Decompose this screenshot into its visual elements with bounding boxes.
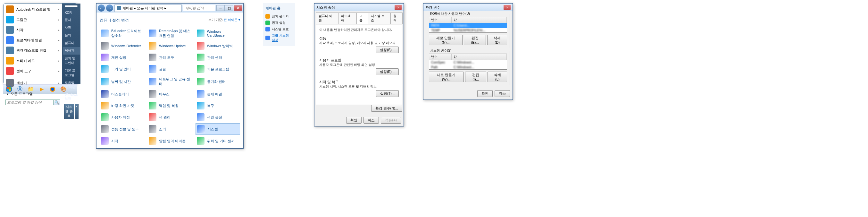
maximize-button[interactable]: ▢ bbox=[225, 5, 234, 11]
control-panel-item[interactable]: 날짜 및 시간 bbox=[100, 75, 144, 88]
apply-button[interactable]: 적용(A) bbox=[381, 117, 401, 124]
control-panel-item[interactable]: 색인 옵션 bbox=[195, 112, 240, 123]
tab[interactable]: 원격 bbox=[391, 12, 403, 24]
cancel-button[interactable]: 취소 bbox=[495, 90, 510, 97]
control-panel-item[interactable]: Windows Defender bbox=[100, 40, 144, 51]
table-row[interactable]: TEMP%USERPROFILE%\... bbox=[429, 28, 507, 33]
control-panel-item[interactable]: Windows 방화벽 bbox=[195, 40, 240, 51]
taskbar-app-icon[interactable]: 🎨 bbox=[58, 85, 69, 93]
start-menu-item[interactable]: 스티커 메모▸ bbox=[4, 56, 62, 66]
forward-button[interactable]: → bbox=[106, 4, 113, 11]
start-right-item[interactable]: 사진 bbox=[63, 24, 80, 31]
start-right-item[interactable]: 장치 및 프린터 bbox=[63, 55, 80, 67]
edit-button[interactable]: 편집(I)... bbox=[465, 72, 487, 82]
start-right-item[interactable]: 컴퓨터 bbox=[63, 39, 80, 47]
settings-button[interactable]: 설정(T)... bbox=[376, 90, 399, 97]
view-options[interactable]: 보기 기준: 큰 아이콘 ▾ bbox=[208, 18, 240, 23]
control-panel-item[interactable]: 시작 bbox=[100, 135, 144, 146]
start-search-input[interactable] bbox=[5, 100, 53, 105]
control-panel-search[interactable] bbox=[183, 5, 215, 11]
delete-button[interactable]: 삭제(L) bbox=[488, 72, 507, 82]
sidebar-link[interactable]: 고급 시스템 설정 bbox=[266, 32, 292, 43]
control-panel-item[interactable]: 디스플레이 bbox=[100, 89, 144, 100]
start-menu-item[interactable]: Autodesk 데스크탑 앱▸ bbox=[4, 4, 62, 15]
search-button[interactable]: 🔍 bbox=[53, 100, 60, 105]
control-panel-item[interactable]: 문제 해결 bbox=[195, 89, 240, 100]
start-right-item[interactable]: 기본 프로그램 bbox=[63, 67, 80, 79]
start-menu-item[interactable]: 시작▸ bbox=[4, 25, 62, 35]
cancel-button[interactable]: 취소 bbox=[364, 117, 379, 124]
edit-button[interactable]: 편집(E)... bbox=[464, 35, 486, 45]
tab[interactable]: 고급 bbox=[356, 12, 369, 24]
control-panel-item[interactable]: 시스템 bbox=[195, 123, 240, 135]
taskbar-explorer-icon[interactable]: 📁 bbox=[26, 85, 36, 93]
settings-button[interactable]: 설정(S)... bbox=[376, 47, 399, 53]
tab[interactable]: 컴퓨터 이름 bbox=[316, 12, 339, 24]
start-button[interactable] bbox=[4, 85, 14, 93]
start-right-item[interactable]: KOR bbox=[63, 9, 80, 16]
table-row[interactable]: PATHC:\Users\... bbox=[429, 23, 507, 28]
column-value[interactable]: 값 bbox=[452, 17, 507, 23]
taskbar-ie-icon[interactable]: ⓔ bbox=[15, 85, 25, 93]
control-panel-item[interactable]: 국가 및 언어 bbox=[100, 63, 144, 75]
user-picture[interactable] bbox=[65, 5, 78, 7]
settings-button[interactable]: 설정(E)... bbox=[376, 69, 399, 75]
control-panel-item[interactable]: BitLocker 드라이브 암호화 bbox=[100, 27, 144, 40]
control-panel-item[interactable]: 글꼴 bbox=[148, 63, 192, 75]
control-panel-item[interactable]: 동기화 센터 bbox=[195, 75, 240, 88]
control-panel-item[interactable]: 사용자 계정 bbox=[100, 112, 144, 123]
start-menu-item[interactable]: 원격 데스크톱 연결▸ bbox=[4, 45, 62, 56]
control-panel-item[interactable]: 성능 정보 및 도구 bbox=[100, 123, 144, 135]
control-panel-item[interactable]: 소리 bbox=[148, 123, 192, 135]
ok-button[interactable]: 확인 bbox=[477, 90, 493, 97]
control-panel-item[interactable]: 색 관리 bbox=[148, 112, 192, 123]
back-button[interactable]: ← bbox=[98, 4, 105, 11]
control-panel-item[interactable]: 기본 프로그램 bbox=[195, 63, 240, 75]
control-panel-item[interactable]: 백업 및 복원 bbox=[148, 100, 192, 111]
control-panel-item[interactable]: RemoteApp 및 데스크톱 연결 bbox=[148, 27, 192, 40]
address-bar[interactable]: 제어판 ▸ 모든 제어판 항목 ▸ bbox=[115, 4, 182, 12]
control-panel-item[interactable]: 관리 도구 bbox=[148, 52, 192, 63]
control-panel-item[interactable]: 위치 및 기타 센서 bbox=[195, 135, 240, 146]
table-row[interactable]: PathC:\Windows\... bbox=[429, 65, 507, 70]
control-panel-item[interactable]: 알림 영역 아이콘 bbox=[148, 135, 192, 146]
delete-button[interactable]: 삭제(D) bbox=[487, 35, 507, 45]
control-panel-item[interactable]: 복구 bbox=[195, 100, 240, 111]
column-value[interactable]: 값 bbox=[452, 54, 507, 60]
control-panel-item[interactable]: 마우스 bbox=[148, 89, 192, 100]
control-panel-item[interactable]: 바탕 화면 가젯 bbox=[100, 100, 144, 111]
sidebar-link[interactable]: 시스템 보호 bbox=[266, 26, 292, 32]
taskbar-media-icon[interactable]: ▶ bbox=[36, 85, 47, 93]
shutdown-button[interactable]: 시스템 종료 bbox=[64, 104, 74, 119]
control-panel-item[interactable]: 네트워크 및 공유 센터 bbox=[148, 75, 192, 88]
sidebar-link[interactable]: 원격 설정 bbox=[266, 20, 292, 26]
start-menu-item[interactable]: 프로젝터에 연결▸ bbox=[4, 35, 62, 45]
ok-button[interactable]: 확인 bbox=[346, 117, 362, 124]
control-panel-item[interactable]: 개인 설정 bbox=[100, 52, 144, 63]
environment-variables-button[interactable]: 환경 변수(N)... bbox=[371, 105, 403, 112]
start-right-item[interactable]: 문서 bbox=[63, 16, 80, 24]
start-menu-item[interactable]: 캡처 도구▸ bbox=[4, 66, 62, 76]
control-panel-item[interactable]: Windows CardSpace bbox=[195, 27, 240, 40]
column-variable[interactable]: 변수 bbox=[429, 17, 452, 23]
user-variables-list[interactable]: 변수 값 PATHC:\Users\... TEMP%USERPROFILE%\… bbox=[429, 17, 507, 33]
control-panel-item[interactable]: Windows Update bbox=[148, 40, 192, 51]
control-panel-item[interactable]: 관리 센터 bbox=[195, 52, 240, 63]
column-variable[interactable]: 변수 bbox=[429, 54, 452, 60]
new-button[interactable]: 새로 만들기(W)... bbox=[429, 72, 464, 82]
close-button[interactable]: ✕ bbox=[234, 5, 242, 11]
close-button[interactable]: ✕ bbox=[503, 5, 510, 10]
shutdown-options-button[interactable]: ▸ bbox=[75, 104, 79, 119]
table-row[interactable]: ComSpecC:\Windows\... bbox=[429, 60, 507, 65]
sidebar-link[interactable]: 장치 관리자 bbox=[266, 13, 292, 20]
minimize-button[interactable]: ─ bbox=[216, 5, 225, 11]
tab[interactable]: 시스템 보호 bbox=[368, 12, 391, 24]
start-right-item[interactable]: 제어판 bbox=[63, 47, 80, 55]
start-right-item[interactable]: 음악 bbox=[63, 31, 80, 39]
tab[interactable]: 하드웨어 bbox=[338, 12, 357, 24]
system-variables-list[interactable]: 변수 값 ComSpecC:\Windows\... PathC:\Window… bbox=[429, 54, 507, 70]
start-menu-item[interactable]: 그림판▸ bbox=[4, 15, 62, 25]
new-button[interactable]: 새로 만들기(N)... bbox=[429, 35, 463, 45]
close-button[interactable]: ✕ bbox=[395, 5, 402, 10]
taskbar-firefox-icon[interactable] bbox=[48, 85, 58, 93]
